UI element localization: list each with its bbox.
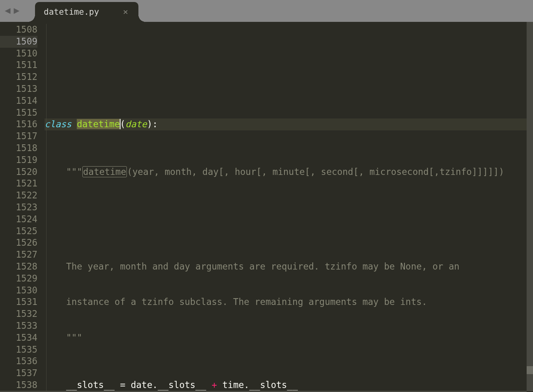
line-number: 1530 (0, 285, 37, 297)
line-number: 1533 (0, 320, 37, 332)
line-number: 1525 (0, 225, 37, 237)
close-icon[interactable]: × (123, 8, 128, 16)
tab-filename: datetime.py (44, 7, 99, 17)
line-number: 1513 (0, 83, 37, 95)
line-number: 1510 (0, 48, 37, 60)
line-number: 1522 (0, 190, 37, 202)
line-number: 1531 (0, 296, 37, 308)
line-number: 1537 (0, 367, 37, 379)
nav-arrows: ◀ ▶ (5, 6, 19, 15)
line-number: 1520 (0, 166, 37, 178)
line-number: 1534 (0, 332, 37, 344)
line-number: 1538 (0, 379, 37, 391)
line-number: 1512 (0, 71, 37, 83)
tab-bar: ◀ ▶ datetime.py × (0, 0, 533, 22)
line-number: 1518 (0, 142, 37, 154)
vertical-scrollbar[interactable] (527, 22, 533, 391)
line-number: 1535 (0, 344, 37, 356)
line-number: 1519 (0, 154, 37, 166)
code-line: class datetime(date): (45, 118, 533, 130)
line-number: 1528 (0, 261, 37, 273)
code-line: """datetime(year, month, day[, hour[, mi… (45, 166, 533, 178)
line-number-gutter: 1508150915101511151215131514151515161517… (0, 22, 45, 391)
line-number: 1529 (0, 273, 37, 285)
line-number: 1517 (0, 130, 37, 142)
line-number: 1514 (0, 95, 37, 107)
line-number: 1527 (0, 249, 37, 261)
code-line (45, 71, 533, 83)
line-number: 1536 (0, 355, 37, 367)
editor[interactable]: 1508150915101511151215131514151515161517… (0, 22, 533, 391)
line-number: 1516 (0, 118, 37, 130)
line-number: 1509 (0, 36, 37, 48)
code-line (45, 213, 533, 225)
line-number: 1524 (0, 213, 37, 225)
line-number: 1521 (0, 178, 37, 190)
line-number: 1532 (0, 308, 37, 320)
line-number: 1508 (0, 24, 37, 36)
nav-forward-icon[interactable]: ▶ (14, 6, 19, 15)
line-number: 1523 (0, 202, 37, 213)
line-number: 1526 (0, 237, 37, 249)
code-area[interactable]: class datetime(date): """datetime(year, … (45, 22, 533, 391)
file-tab[interactable]: datetime.py × (35, 2, 138, 22)
line-number: 1515 (0, 107, 37, 119)
scroll-thumb[interactable] (527, 366, 533, 374)
nav-back-icon[interactable]: ◀ (5, 6, 10, 15)
code-line: instance of a tzinfo subclass. The remai… (45, 296, 533, 308)
code-line: __slots__ = date.__slots__ + time.__slot… (45, 379, 533, 391)
line-number: 1511 (0, 59, 37, 71)
code-line: The year, month and day arguments are re… (45, 261, 533, 273)
code-line: """ (45, 332, 533, 344)
